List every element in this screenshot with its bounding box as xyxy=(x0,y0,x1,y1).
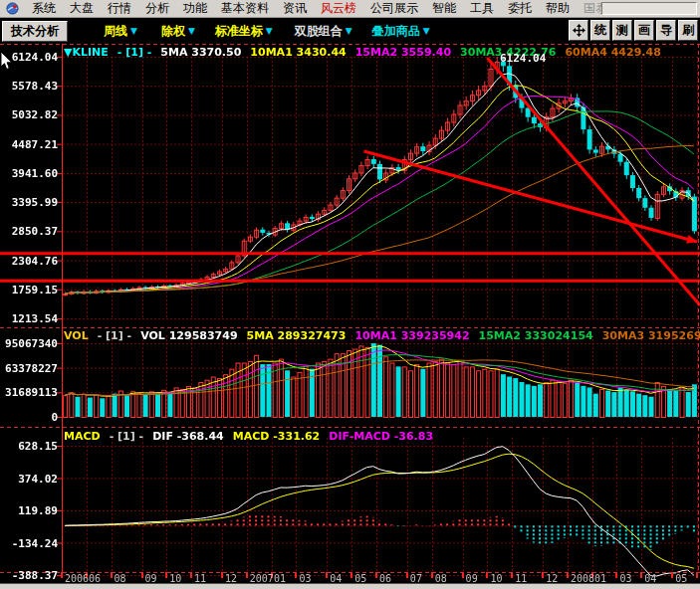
dualstock-dropdown-arrow-icon: ▼ xyxy=(346,26,352,36)
technical-analysis-button[interactable]: 技术分析 xyxy=(2,21,68,42)
menu-system[interactable]: 系统 xyxy=(25,0,63,17)
refresh-button[interactable]: 刷 xyxy=(678,20,698,41)
draw-button[interactable]: 画 xyxy=(634,20,654,41)
macd-ytick-4: -388.37 xyxy=(0,569,58,582)
quick-entry-box[interactable] xyxy=(601,2,697,15)
kline-ytick-7: 2304.76 xyxy=(0,255,58,268)
pan-button[interactable] xyxy=(569,20,588,41)
kline-ytick-6: 2850.37 xyxy=(0,225,58,238)
date-label-05: 05 xyxy=(675,573,687,584)
macd-ytick-2: 119.89 xyxy=(0,504,58,517)
kline-ytick-8: 1759.15 xyxy=(0,284,58,296)
date-label-03: 03 xyxy=(299,573,311,584)
measure-button[interactable]: 测 xyxy=(612,20,632,41)
kline-ytick-4: 3941.60 xyxy=(0,167,58,180)
date-label-09: 09 xyxy=(145,573,157,584)
exright-dropdown-label: 除权 xyxy=(161,23,185,40)
kline-ytick-9: 1213.54 xyxy=(0,312,58,325)
date-label-12: 12 xyxy=(225,573,237,584)
menu-bar-items: 系统大盘行情分析功能基本资料资讯风云榜公司展示智能工具委托帮助国泰君安服务 xyxy=(25,0,662,17)
macd-ytick-1: 374.02 xyxy=(0,473,58,486)
period-dropdown[interactable]: 周线▼ xyxy=(104,23,137,40)
toolbar-dropdowns: 周线▼除权▼标准坐标▼双股组合▼叠加商品▼ xyxy=(68,23,430,40)
volume-ytick-1: 63378227 xyxy=(0,362,58,375)
date-label-10: 10 xyxy=(169,573,181,584)
move-icon xyxy=(573,24,585,37)
chart-canvas[interactable] xyxy=(0,44,700,583)
toolbar-buttons: 统测画导刷 xyxy=(569,20,698,41)
period-dropdown-label: 周线 xyxy=(104,23,127,40)
menu-help[interactable]: 帮助 xyxy=(539,0,577,17)
macd-header-seg-4: DIF-MACD -36.83 xyxy=(329,430,433,443)
menu-bar: 系统大盘行情分析功能基本资料资讯风云榜公司展示智能工具委托帮助国泰君安服务 xyxy=(0,0,700,18)
date-label-11: 11 xyxy=(515,573,527,584)
dualstock-dropdown[interactable]: 双股组合▼ xyxy=(295,23,352,40)
kline-header-seg-6: 60MA4 4429.48 xyxy=(565,46,660,59)
menu-trade[interactable]: 委托 xyxy=(501,0,539,17)
macd-header-seg-1: - [1] - xyxy=(110,430,144,443)
peak-price-annotation: 6124.04 xyxy=(500,52,546,65)
overlay-dropdown[interactable]: 叠加商品▼ xyxy=(372,23,430,40)
date-label-10: 10 xyxy=(490,573,502,584)
dualstock-dropdown-label: 双股组合 xyxy=(295,23,343,40)
exright-dropdown[interactable]: 除权▼ xyxy=(161,23,195,40)
menu-quotes[interactable]: 行情 xyxy=(101,0,138,17)
date-label-03: 03 xyxy=(619,573,631,584)
volume-header-seg-0: VOL xyxy=(64,329,89,342)
date-label-11: 11 xyxy=(194,573,206,584)
menu-news[interactable]: 资讯 xyxy=(276,0,314,17)
kline-header-seg-4: 15MA2 3559.40 xyxy=(355,46,451,59)
menu-analysis[interactable]: 分析 xyxy=(138,0,176,17)
menu-market[interactable]: 大盘 xyxy=(63,0,101,17)
menu-company[interactable]: 公司展示 xyxy=(363,0,425,17)
exright-dropdown-arrow-icon: ▼ xyxy=(188,26,195,36)
coordinate-dropdown[interactable]: 标准坐标▼ xyxy=(215,23,273,40)
stats-button[interactable]: 统 xyxy=(590,20,610,41)
menu-ranking[interactable]: 风云榜 xyxy=(314,0,363,17)
date-label-08: 08 xyxy=(435,573,447,584)
kline-ytick-3: 4487.21 xyxy=(0,138,58,151)
volume-header: VOL- [1] -VOL 1295837495MA 28932747310MA… xyxy=(64,329,700,342)
macd-header-seg-0: MACD xyxy=(64,430,101,443)
globe-icon xyxy=(6,2,19,15)
kline-ytick-1: 5578.43 xyxy=(0,80,58,93)
volume-header-seg-4: 10MA1 339235942 xyxy=(354,329,469,342)
menu-functions[interactable]: 功能 xyxy=(176,0,214,17)
date-label-200701: 200701 xyxy=(250,573,286,584)
date-label-09: 09 xyxy=(466,573,478,584)
volume-ytick-0: 95067340 xyxy=(0,337,58,350)
date-label-04: 04 xyxy=(330,573,342,584)
macd-header-seg-3: MACD -331.62 xyxy=(233,430,321,443)
date-label-200801: 200801 xyxy=(571,573,606,584)
coordinate-dropdown-arrow-icon: ▼ xyxy=(266,26,273,36)
date-label-200606: 200606 xyxy=(65,573,101,584)
kline-header-seg-0: ▼KLINE xyxy=(64,46,109,59)
date-label-05: 05 xyxy=(354,573,366,584)
macd-ytick-0: 628.15 xyxy=(0,440,58,453)
kline-header-seg-1: - [1] - xyxy=(117,46,152,59)
date-label-12: 12 xyxy=(546,573,558,584)
macd-header-seg-2: DIF -368.44 xyxy=(152,430,224,443)
macd-header: MACD- [1] -DIF -368.44MACD -331.62DIF-MA… xyxy=(64,430,433,443)
menu-tools[interactable]: 工具 xyxy=(463,0,501,17)
overlay-dropdown-label: 叠加商品 xyxy=(372,23,420,40)
date-label-07: 07 xyxy=(410,573,422,584)
volume-header-seg-1: - [1] - xyxy=(98,329,132,342)
export-button[interactable]: 导 xyxy=(656,20,676,41)
date-label-08: 08 xyxy=(115,573,126,584)
mouse-cursor-icon xyxy=(0,52,14,72)
overlay-dropdown-arrow-icon: ▼ xyxy=(423,26,430,36)
menu-fundamental[interactable]: 基本资料 xyxy=(214,0,276,17)
volume-header-seg-6: 30MA3 319526994 xyxy=(602,329,700,342)
kline-header-seg-2: 5MA 3370.50 xyxy=(160,46,241,59)
chart-area: ▼KLINE- [1] -5MA 3370.5010MA1 3430.4415M… xyxy=(0,44,700,583)
menu-smart[interactable]: 智能 xyxy=(425,0,463,17)
kline-header: ▼KLINE- [1] -5MA 3370.5010MA1 3430.4415M… xyxy=(64,46,661,59)
coordinate-dropdown-label: 标准坐标 xyxy=(215,23,263,40)
date-label-04: 04 xyxy=(644,573,656,584)
date-label-06: 06 xyxy=(379,573,391,584)
kline-header-seg-3: 10MA1 3430.44 xyxy=(250,46,346,59)
period-dropdown-arrow-icon: ▼ xyxy=(130,26,137,36)
volume-ytick-3: 0 xyxy=(0,411,58,424)
macd-ytick-3: -134.24 xyxy=(0,537,58,550)
